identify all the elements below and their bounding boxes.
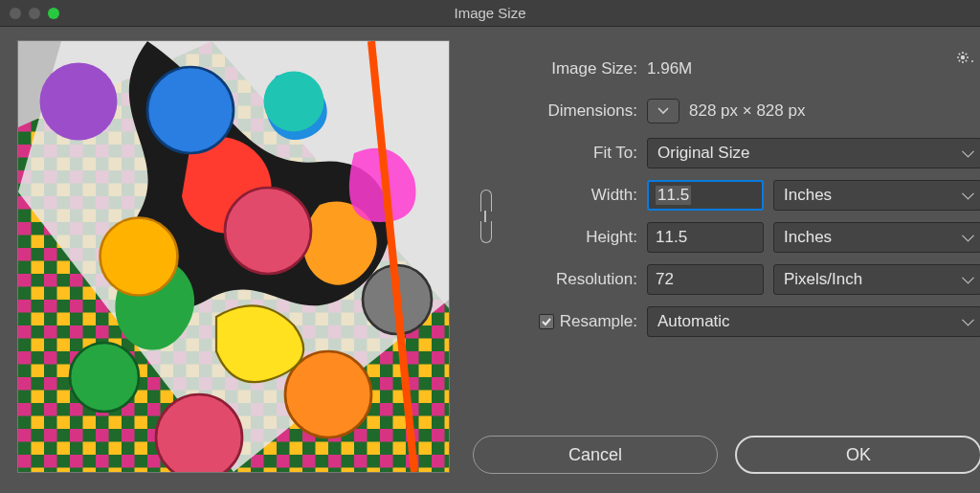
svg-line-24 — [966, 54, 967, 55]
svg-point-7 — [147, 67, 234, 153]
fit-to-label: Fit To: — [498, 144, 647, 163]
svg-point-25 — [971, 60, 973, 62]
width-unit-select[interactable]: Inches — [773, 180, 980, 211]
resolution-unit-select[interactable]: Pixels/Inch — [773, 264, 980, 295]
settings-gear-button[interactable] — [953, 48, 978, 67]
image-size-label: Image Size: — [498, 59, 647, 78]
cancel-button[interactable]: Cancel — [473, 436, 718, 474]
resample-mode-select[interactable]: Automatic — [647, 306, 980, 337]
svg-line-22 — [966, 60, 967, 61]
close-window-button[interactable] — [10, 8, 21, 19]
svg-line-23 — [959, 60, 960, 61]
ok-button[interactable]: OK — [735, 436, 980, 474]
width-label: Width: — [498, 186, 647, 205]
svg-point-14 — [264, 72, 324, 132]
height-input[interactable]: 11.5 — [647, 222, 764, 253]
window-title: Image Size — [454, 5, 525, 21]
resolution-label: Resolution: — [498, 270, 647, 289]
window-controls — [10, 8, 59, 19]
image-preview — [17, 40, 450, 473]
form-panel: Image Size: 1.96M Dimensions: 828 px × 8… — [473, 40, 980, 482]
svg-point-9 — [225, 188, 311, 274]
fit-to-value: Original Size — [657, 144, 749, 163]
width-input[interactable]: 11.5 — [647, 180, 764, 211]
resolution-input[interactable]: 72 — [647, 264, 764, 295]
resample-checkbox[interactable] — [539, 314, 554, 329]
image-size-value: 1.96M — [647, 59, 692, 78]
dimensions-unit-dropdown[interactable] — [647, 99, 679, 123]
dimensions-value: 828 px × 828 px — [689, 101, 805, 121]
height-label: Height: — [498, 228, 647, 247]
svg-line-21 — [959, 54, 960, 55]
fit-to-select[interactable]: Original Size — [647, 138, 980, 168]
dimensions-label: Dimensions: — [498, 101, 647, 121]
svg-point-6 — [40, 63, 118, 141]
zoom-window-button[interactable] — [48, 8, 59, 19]
minimize-window-button[interactable] — [29, 8, 40, 19]
constrain-proportions-icon[interactable] — [478, 188, 493, 245]
svg-point-13 — [70, 343, 139, 412]
resample-label: Resample: — [560, 312, 637, 331]
svg-point-16 — [961, 56, 965, 59]
titlebar: Image Size — [0, 0, 980, 27]
svg-point-8 — [100, 218, 178, 296]
svg-point-10 — [156, 394, 242, 472]
height-unit-select[interactable]: Inches — [773, 222, 980, 253]
